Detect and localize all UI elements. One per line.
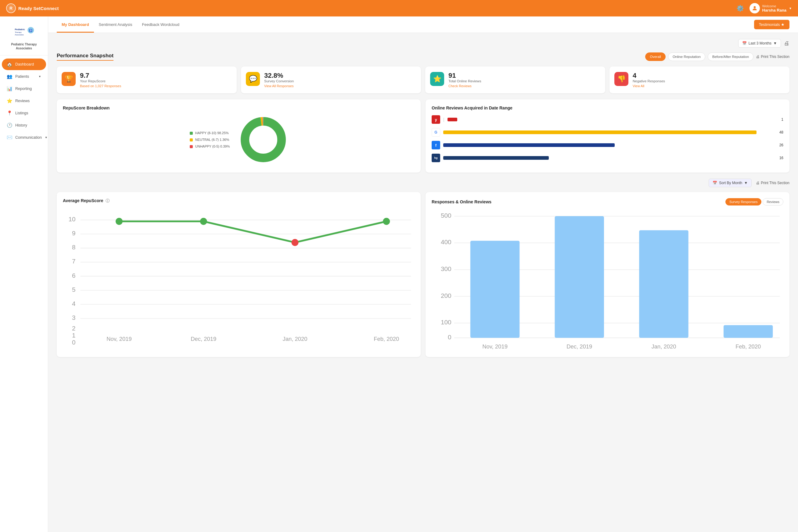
facebook-logo: f [432, 141, 440, 149]
snap-btn-online-reputation[interactable]: Online Reputation [668, 53, 705, 61]
listings-icon: 📍 [7, 110, 12, 116]
google-logo: G [432, 128, 440, 137]
metric-card-reviews: ⭐ 91 Total Online Reviews Check Reviews [425, 66, 605, 93]
svg-text:R: R [10, 6, 13, 11]
print-section-button[interactable]: 🖨 Print This Section [756, 55, 790, 59]
metric-card-repuscore: 🏆 9.7 Your RepuScore Based on 1,027 Resp… [57, 66, 237, 93]
bottom-charts-row: Average RepuScore ⓘ 10 9 8 7 6 5 [57, 192, 790, 357]
history-icon: 🕐 [7, 122, 12, 128]
snapshot-section-header: Performance Snapshot Overall Online Repu… [57, 53, 790, 61]
responses-reviews-title: Responses & Online Reviews [432, 200, 491, 204]
print2-icon: 🖨 [756, 181, 760, 185]
legend-neutral: NEUTRAL (6-7) 1.36% [190, 136, 230, 143]
svg-text:400: 400 [441, 239, 451, 245]
breakdown-title: RepuScore Breakdown [63, 106, 414, 110]
repuscore-link[interactable]: 1,027 Responses [95, 84, 122, 88]
print-button[interactable]: 🖨 [784, 40, 790, 46]
brand-logo: R Ready SetConnect [6, 3, 59, 13]
repuscore-subtext: Based on 1,027 Responses [80, 84, 121, 88]
sidebar-item-listings[interactable]: 📍 Listings [2, 107, 46, 119]
communication-icon: ✉️ [7, 135, 12, 140]
sidebar-item-dashboard[interactable]: 🏠 Dashboard [2, 59, 46, 70]
sidebar-label-listings: Listings [15, 111, 28, 115]
tab-survey-responses[interactable]: Survey Responses [725, 198, 761, 206]
svg-text:Dec, 2019: Dec, 2019 [567, 343, 592, 350]
svg-text:8: 8 [72, 244, 76, 251]
svg-text:5: 5 [72, 286, 76, 293]
sidebar-label-dashboard: Dashboard [15, 62, 34, 66]
tab-my-dashboard[interactable]: My Dashboard [57, 17, 94, 33]
date-range-dropdown[interactable]: 📅 Last 3 Months ▼ [738, 39, 781, 48]
svg-text:0: 0 [72, 339, 76, 346]
bar-jan [639, 230, 688, 338]
metric-card-negative: 👎 4 Negative Responses View All [610, 66, 790, 93]
snap-btn-overall[interactable]: Overall [645, 53, 665, 61]
svg-text:500: 500 [441, 212, 451, 219]
view-all-link[interactable]: View All [633, 84, 665, 88]
review-row-hg: hg 16 [432, 154, 783, 162]
google-count: 48 [776, 130, 783, 134]
svg-point-34 [383, 218, 390, 225]
tab-sentiment-analysis[interactable]: Sentiment Analysis [94, 17, 137, 33]
svg-point-33 [200, 218, 207, 225]
svg-text:Associates: Associates [15, 34, 24, 36]
sidebar-item-communication[interactable]: ✉️ Communication ▼ [2, 132, 46, 143]
review-row-yelp: y | 1 [432, 115, 783, 124]
svg-text:Dec, 2019: Dec, 2019 [191, 336, 216, 342]
responses-reviews-header: Responses & Online Reviews Survey Respon… [432, 198, 783, 206]
metric-card-survey: 💬 32.8% Survey Conversion View All Respo… [241, 66, 421, 93]
svg-text:200: 200 [441, 292, 451, 299]
second-section-header: 📅 Sort By Month ▼ 🖨 Print This Section [57, 179, 790, 187]
svg-text:Nov, 2019: Nov, 2019 [482, 343, 507, 350]
avg-repuscore-chart: 10 9 8 7 6 5 4 3 2 1 0 [63, 207, 414, 349]
avg-repuscore-header: Average RepuScore ⓘ [63, 198, 414, 204]
help-icon: ⓘ [106, 198, 110, 203]
section-title: Performance Snapshot [57, 53, 113, 61]
brand-name: Ready SetConnect [18, 6, 59, 11]
print-section-icon: 🖨 [756, 55, 760, 59]
tab-reviews[interactable]: Reviews [763, 198, 783, 206]
check-reviews-link[interactable]: Check Reviews [448, 84, 481, 88]
dashboard-icon: 🏠 [7, 62, 12, 67]
testimonials-button[interactable]: Testimonials ★ [754, 20, 790, 29]
svg-text:Jan, 2020: Jan, 2020 [282, 336, 307, 342]
tab-feedback-wordcloud[interactable]: Feedback Wordcloud [137, 17, 184, 33]
sidebar-item-patients[interactable]: 👥 Patients ▼ [2, 71, 46, 82]
second-section-controls: 📅 Sort By Month ▼ 🖨 Print This Section [709, 179, 790, 187]
svg-point-2 [754, 6, 756, 8]
settings-icon[interactable]: ⚙️ [736, 4, 744, 12]
negative-value: 4 [633, 72, 665, 79]
svg-text:100: 100 [441, 319, 451, 326]
sidebar-item-reviews[interactable]: ⭐ Reviews [2, 95, 46, 107]
yelp-divider: | [443, 117, 444, 122]
donut-chart-area: HAPPY (8-10) 98.25% NEUTRAL (6-7) 1.36% … [63, 115, 414, 164]
repuscore-content: 9.7 Your RepuScore Based on 1,027 Respon… [80, 72, 121, 88]
content-area: 📅 Last 3 Months ▼ 🖨 Performance Snapshot… [48, 33, 798, 363]
sidebar-label-reviews: Reviews [15, 99, 30, 103]
sort-by-month-dropdown[interactable]: 📅 Sort By Month ▼ [709, 179, 751, 187]
avatar [749, 3, 760, 14]
sidebar-item-history[interactable]: 🕐 History [2, 119, 46, 131]
avg-repuscore-chart-card: Average RepuScore ⓘ 10 9 8 7 6 5 [57, 192, 421, 357]
reviews-icon: ⭐ [7, 98, 12, 104]
survey-link[interactable]: View All Responses [264, 84, 294, 88]
svg-text:10: 10 [68, 215, 75, 223]
facebook-count: 26 [776, 143, 783, 147]
hg-bar-wrap [443, 156, 773, 160]
user-menu[interactable]: Welcome Harsha Rana ▼ [749, 3, 792, 14]
svg-text:7: 7 [72, 258, 76, 265]
print-section2-button[interactable]: 🖨 Print This Section [756, 181, 790, 185]
sidebar: Pediatric Therapy Associates ♿ Pediatric… [0, 17, 48, 532]
snap-btn-before-after[interactable]: Before/After Reputation [708, 53, 754, 61]
yelp-count: 1 [776, 117, 783, 122]
sidebar-item-reporting[interactable]: 📊 Reporting [2, 83, 46, 95]
reporting-icon: 📊 [7, 86, 12, 92]
hg-bar [443, 156, 549, 160]
svg-text:Feb, 2020: Feb, 2020 [374, 336, 399, 342]
hg-count: 16 [776, 156, 783, 160]
hg-logo: hg [432, 154, 440, 162]
repuscore-icon: 🏆 [62, 72, 76, 86]
calendar-sort-icon: 📅 [712, 181, 717, 185]
survey-content: 32.8% Survey Conversion View All Respons… [264, 72, 294, 88]
svg-text:6: 6 [72, 272, 76, 279]
